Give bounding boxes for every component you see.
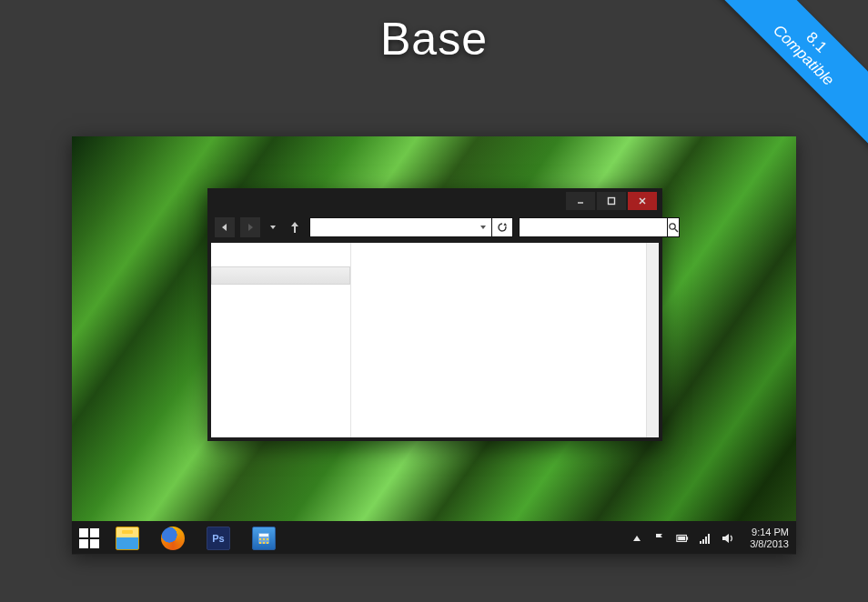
svg-marker-5 [248,224,253,231]
svg-rect-14 [259,538,261,540]
close-button[interactable] [628,192,657,210]
address-dropdown-icon[interactable] [475,217,491,237]
svg-marker-28 [722,534,729,543]
address-bar [309,217,513,237]
svg-rect-17 [259,542,261,544]
window-titlebar[interactable] [207,188,662,214]
recent-locations-dropdown[interactable] [266,217,280,237]
svg-rect-16 [267,538,268,540]
svg-marker-9 [504,223,508,226]
file-list-pane[interactable] [351,243,659,437]
start-button[interactable] [79,528,99,548]
vertical-scrollbar[interactable] [646,243,659,437]
svg-marker-8 [480,226,486,229]
start-tile-icon [90,539,99,548]
svg-rect-27 [708,534,710,544]
explorer-content [211,243,659,437]
volume-icon[interactable] [722,532,734,545]
svg-line-11 [675,229,678,232]
refresh-button[interactable] [491,217,513,237]
address-input[interactable] [309,217,475,237]
svg-rect-1 [609,198,615,205]
search-button[interactable] [667,217,680,237]
minimize-button[interactable] [566,192,595,210]
svg-rect-15 [263,538,265,540]
up-button[interactable] [286,217,304,237]
back-button[interactable] [215,217,235,237]
network-signal-icon[interactable] [699,532,712,545]
svg-rect-13 [259,534,268,537]
clock-date: 3/8/2013 [750,538,789,550]
navigation-pane[interactable] [211,243,351,437]
svg-rect-23 [678,536,685,539]
desktop-screenshot: Ps 9:14 PM 3/8/2013 [72,136,796,555]
sidebar-item[interactable] [211,266,350,285]
start-tile-icon [79,539,88,548]
svg-marker-7 [291,222,298,233]
taskbar-calculator-icon[interactable] [252,527,276,550]
tray-clock[interactable]: 9:14 PM 3/8/2013 [750,527,789,550]
maximize-button[interactable] [597,192,626,210]
svg-marker-20 [633,536,641,541]
svg-point-10 [670,224,675,229]
svg-marker-6 [270,226,276,229]
forward-button[interactable] [240,217,260,237]
action-center-flag-icon[interactable] [653,532,666,545]
start-tile-icon [90,528,99,537]
svg-rect-25 [702,539,704,544]
promo-title: Base [0,13,868,65]
search-bar [519,217,655,237]
taskbar-firefox-icon[interactable] [161,527,185,550]
system-tray: 9:14 PM 3/8/2013 [631,527,789,550]
clock-time: 9:14 PM [750,527,789,538]
svg-rect-19 [267,542,268,544]
start-tile-icon [79,528,88,537]
svg-rect-24 [700,541,701,544]
show-hidden-icons-icon[interactable] [631,532,643,545]
svg-marker-4 [222,224,227,231]
explorer-window [207,188,662,441]
taskbar-explorer-icon[interactable] [116,527,139,550]
svg-rect-22 [687,537,689,540]
svg-rect-18 [263,542,265,544]
taskbar: Ps 9:14 PM 3/8/2013 [72,521,796,555]
search-input[interactable] [519,217,667,237]
navigation-toolbar [207,214,662,241]
taskbar-photoshop-icon[interactable]: Ps [207,527,230,550]
battery-icon[interactable] [676,532,689,545]
svg-rect-26 [705,537,707,544]
